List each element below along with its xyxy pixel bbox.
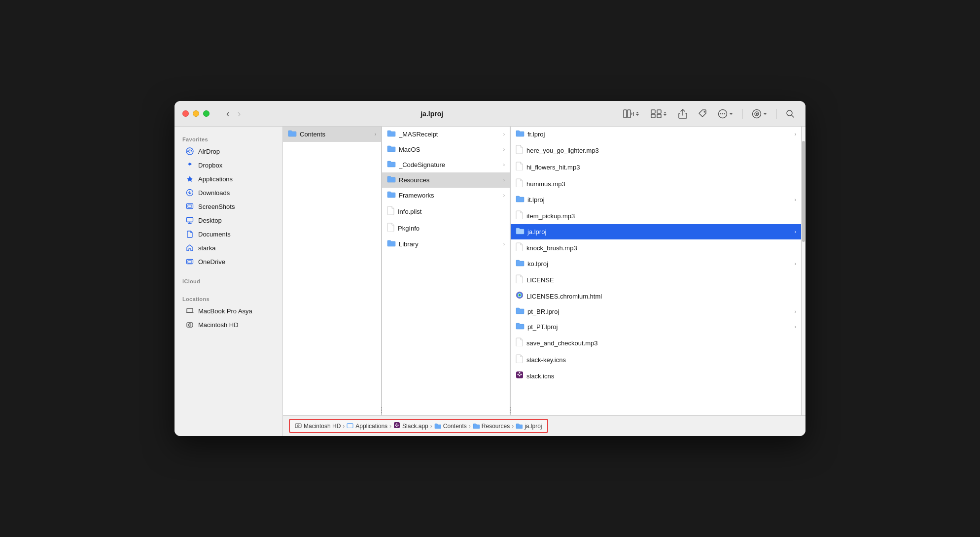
nav-buttons: ‹ ›: [223, 107, 244, 120]
close-button[interactable]: [182, 110, 189, 117]
column-item-fr-lproj[interactable]: fr.lproj ›: [511, 127, 801, 142]
view-chevron-icon: [635, 110, 640, 117]
column-item-infoplist[interactable]: Info.plist: [382, 203, 510, 220]
desktop-label: Desktop: [198, 217, 222, 224]
it-arrow: ›: [795, 197, 796, 202]
back-button[interactable]: ‹: [223, 107, 233, 120]
library-arrow: ›: [503, 241, 505, 247]
folder-codesig-icon: [387, 160, 396, 169]
column-item-library[interactable]: Library ›: [382, 236, 510, 252]
folder-ptpt-icon: [516, 322, 525, 332]
column-item-macos[interactable]: MacOS ›: [382, 142, 510, 157]
dropbox-icon: [185, 161, 194, 169]
sidebar-item-screenshots[interactable]: ScreenShots: [177, 200, 280, 213]
share-button[interactable]: [675, 107, 690, 121]
column-item-hummus[interactable]: hummus.mp3: [511, 175, 801, 192]
bc-applications[interactable]: Applications: [347, 422, 387, 430]
sidebar-item-documents[interactable]: Documents: [177, 227, 280, 241]
column-item-ja-lproj[interactable]: ja.lproj ›: [511, 224, 801, 239]
bc-ja-lproj[interactable]: ja.lproj: [516, 422, 542, 430]
column-item-save-checkout[interactable]: save_and_checkout.mp3: [511, 335, 801, 351]
column-item-pt-pt-lproj[interactable]: pt_PT.lproj ›: [511, 319, 801, 335]
infoplist-label: Info.plist: [398, 208, 505, 215]
sidebar-item-macintosh-hd[interactable]: Macintosh HD: [177, 318, 280, 332]
column-item-knock-brush[interactable]: knock_brush.mp3: [511, 239, 801, 256]
column-item-license[interactable]: LICENSE: [511, 271, 801, 288]
column-item-ko-lproj[interactable]: ko.lproj ›: [511, 256, 801, 271]
column-item-item-pickup[interactable]: item_pickup.mp3: [511, 207, 801, 224]
column-item-masreceipt[interactable]: _MASReceipt ›: [382, 127, 510, 142]
grid-view-button[interactable]: [648, 107, 670, 120]
column-item-licenses-chromium[interactable]: LICENSES.chromium.html: [511, 288, 801, 304]
file-slack-icns-icon: [516, 371, 524, 381]
scrollbar-track[interactable]: [802, 127, 805, 415]
column-item-contents[interactable]: Contents ›: [283, 127, 381, 142]
column-item-codesignature[interactable]: _CodeSignature ›: [382, 157, 510, 172]
tag-button[interactable]: [695, 107, 710, 120]
sidebar-item-downloads[interactable]: Downloads: [177, 186, 280, 200]
column-item-slack-icns[interactable]: slack.icns: [511, 368, 801, 384]
column-item-pt-br-lproj[interactable]: pt_BR.lproj ›: [511, 304, 801, 319]
main-content: Favorites AirDrop Dropbox Applications: [175, 127, 805, 436]
sidebar-item-starka[interactable]: starka: [177, 241, 280, 255]
macbook-icon: [185, 306, 194, 315]
column-2: _MASReceipt › MacOS ›: [382, 127, 510, 415]
macintosh-hd-icon: [185, 320, 194, 329]
column-item-it-lproj[interactable]: it.lproj ›: [511, 192, 801, 207]
documents-icon: [185, 230, 194, 238]
bc-apps-icon: [347, 422, 353, 430]
sidebar-item-dropbox[interactable]: Dropbox: [177, 158, 280, 172]
column-item-frameworks[interactable]: Frameworks ›: [382, 188, 510, 203]
more-button[interactable]: [715, 107, 736, 121]
bc-contents[interactable]: Contents: [434, 422, 467, 430]
bc-macintosh-hd[interactable]: Macintosh HD: [295, 422, 341, 430]
pt-pt-lproj-label: pt_PT.lproj: [527, 323, 792, 331]
column-view-button[interactable]: [620, 107, 643, 120]
svg-point-29: [519, 294, 521, 297]
svg-rect-22: [188, 261, 192, 263]
fr-lproj-label: fr.lproj: [527, 131, 792, 138]
sidebar-item-desktop[interactable]: Desktop: [177, 213, 280, 227]
mp3-hummus-icon: [516, 178, 524, 189]
column-item-here-you-go[interactable]: here_you_go_lighter.mp3: [511, 142, 801, 159]
sidebar-item-applications[interactable]: Applications: [177, 172, 280, 186]
maximize-button[interactable]: [203, 110, 210, 117]
column-item-slack-key-icns[interactable]: slack-key.icns: [511, 351, 801, 368]
forward-button[interactable]: ›: [235, 107, 244, 120]
bc-applications-label: Applications: [355, 423, 387, 430]
frameworks-arrow: ›: [503, 193, 505, 198]
file-pkginfo-icon: [387, 223, 395, 234]
downloads-icon: [185, 188, 194, 197]
masreceipt-arrow: ›: [503, 132, 505, 137]
codesig-arrow: ›: [503, 162, 505, 168]
ptbr-arrow: ›: [795, 309, 796, 314]
bc-slack-app[interactable]: Slack.app: [393, 422, 428, 430]
scrollbar-thumb[interactable]: [802, 141, 805, 242]
sidebar-item-macbook[interactable]: MacBook Pro Asya: [177, 304, 280, 318]
view-options-button[interactable]: [749, 107, 770, 121]
minimize-button[interactable]: [193, 110, 199, 117]
favorites-label: Favorites: [175, 133, 282, 144]
svg-rect-35: [394, 422, 400, 428]
column-item-hi-flowers[interactable]: hi_flowers_hit.mp3: [511, 159, 801, 175]
bc-sep-3: ›: [430, 423, 432, 430]
column-item-resources[interactable]: Resources ›: [382, 172, 510, 188]
sidebar-item-airdrop[interactable]: AirDrop: [177, 144, 280, 158]
file-license-icon: [516, 274, 524, 285]
sidebar-item-onedrive[interactable]: OneDrive: [177, 255, 280, 268]
titlebar: ‹ › ja.lproj: [175, 101, 805, 127]
toolbar-divider: [742, 109, 743, 119]
hi-flowers-label: hi_flowers_hit.mp3: [526, 164, 796, 171]
bc-sep-2: ›: [389, 423, 391, 430]
macintosh-hd-label: Macintosh HD: [198, 321, 239, 329]
bc-resources[interactable]: Resources: [473, 422, 510, 430]
mp3-item-pickup-icon: [516, 210, 524, 221]
locations-label: Locations: [175, 292, 282, 304]
airdrop-label: AirDrop: [198, 148, 220, 155]
fr-arrow: ›: [795, 132, 796, 137]
column-item-pkginfo[interactable]: PkgInfo: [382, 220, 510, 236]
resources-arrow: ›: [503, 177, 505, 183]
search-button[interactable]: [783, 107, 798, 120]
applications-label: Applications: [198, 175, 233, 183]
voptions-chevron-icon: [763, 111, 768, 116]
